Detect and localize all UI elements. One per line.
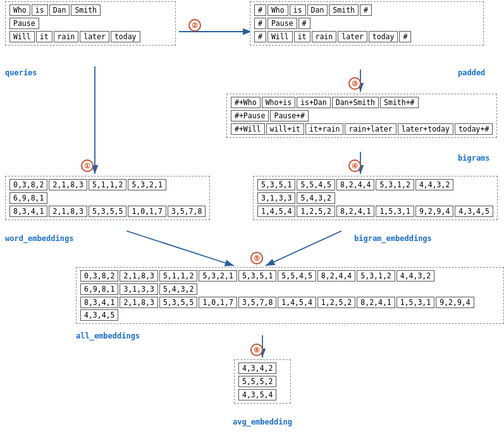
avg-embedding-box: 4,3,4,2 5,5,5,2 4,3,5,4 [234, 359, 291, 404]
bigrams-row2: #+Pause Pause+# [231, 110, 493, 121]
token: # [298, 18, 310, 29]
token: is [290, 4, 306, 16]
word-embeddings-label: word_embeddings [5, 234, 73, 243]
token: later [338, 31, 367, 42]
token: Will [267, 31, 293, 42]
token: rain [54, 31, 79, 42]
token: 1,2,5,2 [297, 206, 335, 217]
token: 1,4,5,4 [257, 206, 295, 217]
token: 3,5,7,8 [238, 297, 276, 308]
token: 1,0,1,7 [199, 297, 237, 308]
bigrams-box: #+Who Who+is is+Dan Dan+Smith Smith+# #+… [226, 94, 497, 138]
circle-1: ① [81, 159, 94, 172]
circle-2: ② [188, 19, 201, 32]
token: today [369, 31, 398, 42]
be-row2: 3,1,3,3 5,4,3,2 [257, 192, 493, 204]
ae-row2: 6,9,8,1 3,1,3,3 5,4,3,2 [80, 283, 500, 295]
token: 5,4,3,2 [297, 192, 335, 204]
token: 1,2,5,2 [317, 297, 355, 308]
token: 5,5,4,5 [278, 270, 316, 282]
token: Pause [267, 18, 297, 29]
token: 3,5,7,8 [168, 206, 206, 217]
padded-row2: # Pause # [254, 18, 479, 29]
token: 3,1,3,3 [257, 192, 295, 204]
token: 1,5,3,1 [396, 297, 434, 308]
avg-row2: 5,5,5,2 [238, 376, 286, 387]
token: 5,3,5,5 [89, 206, 126, 217]
token: 5,4,3,2 [159, 283, 197, 295]
bigram-embeddings-box: 5,3,5,1 5,5,4,5 8,2,4,4 5,3,1,2 4,4,3,2 … [253, 176, 498, 220]
bigrams-row3: #+Will will+it it+rain rain+later later+… [231, 123, 493, 135]
token: 1,4,5,4 [278, 297, 316, 308]
avg-row1: 4,3,4,2 [238, 363, 286, 374]
token: 3,1,3,3 [120, 283, 157, 295]
token: 4,3,4,5 [455, 206, 493, 217]
token: Dan [307, 4, 328, 16]
token: 5,5,4,5 [297, 179, 335, 190]
token: Pause [9, 18, 39, 29]
ae-row3: 8,3,4,1 2,1,8,3 5,3,5,5 1,0,1,7 3,5,7,8 … [80, 297, 500, 321]
we-row2: 6,9,8,1 [9, 192, 206, 204]
token: Smith [71, 4, 101, 16]
token: 5,3,5,1 [257, 179, 295, 190]
be-row3: 1,4,5,4 1,2,5,2 8,2,4,1 1,5,3,1 9,2,9,4 … [257, 206, 493, 217]
token: 8,2,4,4 [317, 270, 355, 282]
token: 8,2,4,1 [336, 206, 374, 217]
token: 5,3,1,2 [376, 179, 414, 190]
token: it [36, 31, 52, 42]
token: 5,1,1,2 [89, 179, 126, 190]
token: 2,1,8,3 [49, 179, 87, 190]
token: 2,1,8,3 [49, 206, 87, 217]
token: # [360, 4, 372, 16]
token: is+Dan [297, 97, 331, 108]
token: rain [312, 31, 337, 42]
padded-row1: # Who is Dan Smith # [254, 4, 479, 16]
token: # [254, 4, 266, 16]
token: Dan+Smith [332, 97, 379, 108]
token: 9,2,9,4 [436, 297, 474, 308]
token: 4,3,4,5 [80, 309, 118, 321]
queries-box: Who is Dan Smith Pause Will it rain late… [5, 1, 176, 46]
token: 5,3,1,2 [357, 270, 395, 282]
token: today [111, 31, 140, 42]
token: 2,1,8,3 [120, 270, 157, 282]
token: Smith+# [380, 97, 418, 108]
token: 5,1,1,2 [159, 270, 197, 282]
avg-row3: 4,3,5,4 [238, 389, 286, 400]
token: today+# [455, 123, 493, 135]
token: 9,2,9,4 [415, 206, 453, 217]
token: # [254, 18, 266, 29]
token: 4,3,5,4 [238, 389, 276, 400]
token: 2,1,8,3 [120, 297, 157, 308]
token: rain+later [345, 123, 396, 135]
be-row1: 5,3,5,1 5,5,4,5 8,2,4,4 5,3,1,2 4,4,3,2 [257, 179, 493, 190]
queries-label: queries [5, 68, 37, 77]
bigrams-row1: #+Who Who+is is+Dan Dan+Smith Smith+# [231, 97, 493, 108]
token: 1,0,1,7 [128, 206, 166, 217]
svg-line-5 [126, 231, 234, 266]
token: Will [9, 31, 35, 42]
token: will+it [266, 123, 304, 135]
token: 5,5,5,2 [238, 376, 276, 387]
token: 6,9,8,1 [9, 192, 47, 204]
token: later [80, 31, 109, 42]
token: it+rain [305, 123, 343, 135]
circle-4: ④ [348, 159, 361, 172]
token: 8,2,4,1 [357, 297, 395, 308]
circle-5: ⑤ [250, 252, 263, 264]
ae-row1: 0,3,8,2 2,1,8,3 5,1,1,2 5,3,2,1 5,3,5,1 … [80, 270, 500, 282]
circle-6: ⑥ [250, 344, 263, 356]
token: 1,5,3,1 [376, 206, 414, 217]
token: Who [267, 4, 288, 16]
word-embeddings-box: 0,3,8,2 2,1,8,3 5,1,1,2 5,3,2,1 6,9,8,1 … [5, 176, 210, 220]
token: 4,4,3,2 [415, 179, 453, 190]
queries-row3: Will it rain later today [9, 31, 171, 42]
token: Smith [329, 4, 359, 16]
token: #+Pause [231, 110, 269, 121]
token: 8,3,4,1 [80, 297, 118, 308]
token: 0,3,8,2 [80, 270, 118, 282]
bigram-embeddings-label: bigram_embeddings [354, 234, 432, 243]
queries-row2: Pause [9, 18, 171, 29]
token: later+today [398, 123, 453, 135]
we-row3: 8,3,4,1 2,1,8,3 5,3,5,5 1,0,1,7 3,5,7,8 [9, 206, 206, 217]
